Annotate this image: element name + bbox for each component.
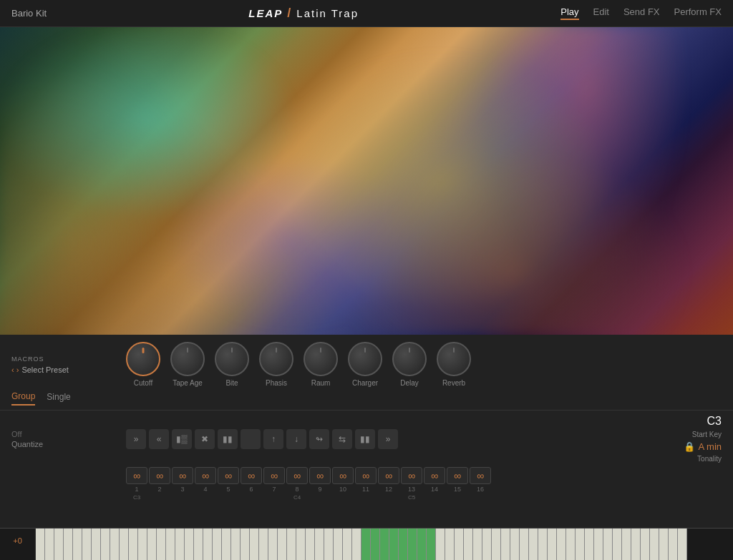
seq-fast-backward[interactable]: « (149, 429, 169, 449)
white-key-26[interactable] (278, 529, 287, 560)
white-key-29[interactable] (306, 529, 315, 560)
white-key-36[interactable] (371, 529, 380, 560)
white-key-58[interactable] (576, 529, 585, 560)
step-btn-2[interactable]: ∞ (149, 467, 170, 484)
white-key-4[interactable] (73, 529, 82, 560)
white-key-48[interactable] (482, 529, 492, 560)
white-key-62[interactable] (613, 529, 622, 560)
nav-perform-fx[interactable]: Perform FX (674, 6, 722, 20)
white-key-22[interactable] (241, 529, 250, 560)
white-key-25[interactable] (268, 529, 278, 560)
white-key-13[interactable] (157, 529, 166, 560)
step-btn-12[interactable]: ∞ (378, 467, 399, 484)
seq-up[interactable]: ↑ (263, 429, 283, 449)
tab-group[interactable]: Group (11, 391, 35, 406)
white-key-14[interactable] (166, 529, 175, 560)
step-btn-14[interactable]: ∞ (424, 467, 445, 484)
step-btn-9[interactable]: ∞ (309, 467, 331, 484)
white-key-38[interactable] (389, 529, 399, 560)
prev-preset-icon[interactable]: ‹ › (11, 365, 19, 374)
white-key-7[interactable] (101, 529, 110, 560)
white-key-9[interactable] (120, 529, 129, 560)
white-key-49[interactable] (492, 529, 501, 560)
white-key-69[interactable] (678, 529, 687, 560)
step-btn-5[interactable]: ∞ (218, 467, 239, 484)
white-key-10[interactable] (129, 529, 138, 560)
white-key-43[interactable] (436, 529, 445, 560)
white-key-68[interactable] (669, 529, 678, 560)
white-key-16[interactable] (185, 529, 194, 560)
seq-loop[interactable]: ⇆ (332, 429, 352, 449)
white-key-19[interactable] (213, 529, 222, 560)
white-key-2[interactable] (54, 529, 64, 560)
step-btn-3[interactable]: ∞ (172, 467, 193, 484)
seq-vertical-bars[interactable]: ▮▮ (355, 429, 375, 449)
knob-tape-age[interactable] (170, 342, 205, 376)
seq-fast-forward[interactable]: » (126, 429, 146, 449)
seq-forward[interactable]: » (378, 429, 398, 449)
white-key-23[interactable] (250, 529, 259, 560)
white-key-42[interactable] (427, 529, 436, 560)
white-key-24[interactable] (259, 529, 268, 560)
white-key-54[interactable] (538, 529, 548, 560)
seq-strum[interactable]: ✖ (195, 429, 215, 449)
nav-edit[interactable]: Edit (593, 6, 609, 20)
white-key-56[interactable] (557, 529, 566, 560)
step-btn-7[interactable]: ∞ (263, 467, 285, 484)
white-key-15[interactable] (175, 529, 185, 560)
step-btn-8[interactable]: ∞ (286, 467, 308, 484)
knob-phasis[interactable] (259, 342, 293, 376)
seq-back[interactable]: ↬ (309, 429, 329, 449)
white-key-5[interactable] (82, 529, 92, 560)
white-key-41[interactable] (417, 529, 427, 560)
knob-reverb[interactable] (437, 342, 471, 376)
white-key-47[interactable] (473, 529, 482, 560)
white-key-0[interactable] (36, 529, 45, 560)
tab-single[interactable]: Single (47, 392, 70, 405)
white-key-35[interactable] (361, 529, 371, 560)
white-key-60[interactable] (594, 529, 603, 560)
white-key-52[interactable] (520, 529, 529, 560)
white-key-66[interactable] (650, 529, 659, 560)
white-key-59[interactable] (585, 529, 594, 560)
step-btn-13[interactable]: ∞ (401, 467, 422, 484)
nav-send-fx[interactable]: Send FX (623, 6, 660, 20)
knob-raum[interactable] (304, 342, 338, 376)
white-key-67[interactable] (659, 529, 669, 560)
white-key-39[interactable] (399, 529, 408, 560)
white-key-28[interactable] (296, 529, 306, 560)
white-key-37[interactable] (380, 529, 389, 560)
white-key-51[interactable] (510, 529, 520, 560)
white-key-11[interactable] (138, 529, 147, 560)
seq-bars[interactable]: ▮▮ (218, 429, 238, 449)
white-key-63[interactable] (622, 529, 631, 560)
knob-charger[interactable] (348, 342, 382, 376)
step-btn-11[interactable]: ∞ (355, 467, 377, 484)
white-key-44[interactable] (445, 529, 455, 560)
step-btn-10[interactable]: ∞ (332, 467, 354, 484)
white-key-45[interactable] (455, 529, 464, 560)
white-key-65[interactable] (641, 529, 650, 560)
white-key-18[interactable] (203, 529, 213, 560)
knob-delay[interactable] (392, 342, 427, 376)
white-key-12[interactable] (147, 529, 157, 560)
white-key-17[interactable] (194, 529, 203, 560)
white-key-55[interactable] (548, 529, 557, 560)
white-key-46[interactable] (464, 529, 473, 560)
white-key-33[interactable] (343, 529, 352, 560)
white-key-50[interactable] (501, 529, 510, 560)
step-btn-15[interactable]: ∞ (447, 467, 468, 484)
white-key-3[interactable] (64, 529, 73, 560)
seq-down[interactable]: ↓ (286, 429, 306, 449)
seq-empty[interactable] (241, 429, 261, 449)
white-key-6[interactable] (92, 529, 101, 560)
preset-label[interactable]: Select Preset (21, 365, 68, 374)
white-key-53[interactable] (529, 529, 538, 560)
step-btn-1[interactable]: ∞ (126, 467, 147, 484)
white-key-8[interactable] (110, 529, 120, 560)
knob-bite[interactable] (215, 342, 249, 376)
step-btn-4[interactable]: ∞ (195, 467, 216, 484)
step-btn-16[interactable]: ∞ (470, 467, 491, 484)
white-key-34[interactable] (352, 529, 361, 560)
knob-cutoff[interactable] (126, 342, 160, 376)
